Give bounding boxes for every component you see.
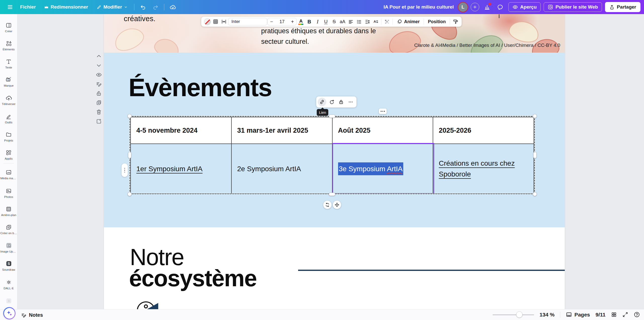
ecosystem-title-line2[interactable]: écosystème <box>129 265 257 292</box>
table-cell[interactable]: 2e Symposium ArtIA <box>232 144 333 194</box>
event-link[interactable]: Créations en cours chez Spoborole <box>439 158 530 180</box>
transparency-button[interactable] <box>383 18 391 26</box>
image-credit-text[interactable]: Clarote & AI4Media / Better Images of AI… <box>414 43 560 48</box>
table-cell-selected[interactable]: 3e Symposium ArtIA <box>333 144 433 194</box>
add-page-button[interactable] <box>96 118 102 125</box>
sidebar-item-soundraw[interactable]: S Soundraw <box>0 260 17 271</box>
sidebar-item-dalle[interactable]: DALL·E <box>0 279 17 290</box>
decrease-font-button[interactable]: − <box>270 19 273 25</box>
duplicate-page-button[interactable] <box>96 99 102 106</box>
preview-button[interactable]: Aperçu <box>508 2 541 12</box>
resize-handle-top-right[interactable] <box>533 114 537 118</box>
font-family-select[interactable]: Inter <box>228 18 267 25</box>
sidebar-item-bulk-create[interactable]: Créer en bloc <box>0 224 17 235</box>
move-button[interactable] <box>333 201 341 209</box>
zoom-slider[interactable] <box>493 312 534 318</box>
main-menu-button[interactable] <box>6 2 15 12</box>
ecosystem-section[interactable]: Notre écosystème <box>104 227 565 309</box>
delete-page-button[interactable] <box>96 109 102 115</box>
letter-spacing-button[interactable]: A <box>372 18 380 26</box>
edit-menu-button[interactable]: Modifier <box>94 2 131 12</box>
link-button[interactable] <box>318 98 326 106</box>
row-drag-handle[interactable] <box>122 163 128 177</box>
selected-text[interactable]: 3e Symposium ArtIA <box>338 162 404 175</box>
grid-view-button[interactable] <box>611 312 617 317</box>
rotate-button[interactable] <box>323 201 332 209</box>
sidebar-item-uploads[interactable]: Téléverser <box>0 95 17 105</box>
sidebar-item-apps[interactable]: Applis <box>0 150 17 160</box>
hide-page-button[interactable] <box>96 72 102 78</box>
sidebar-item-brand[interactable]: co Marque <box>0 76 17 87</box>
move-page-up-button[interactable] <box>96 53 102 59</box>
ecosystem-rule[interactable] <box>298 270 565 271</box>
assistant-button[interactable] <box>3 307 15 319</box>
cloud-save-status[interactable] <box>168 2 178 12</box>
lock-page-button[interactable] <box>96 90 102 97</box>
table-cell[interactable]: Créations en cours chez Spoborole <box>433 144 534 194</box>
undo-button[interactable] <box>138 2 148 12</box>
line-spacing-button[interactable] <box>363 18 371 26</box>
resize-handle-bottom-left[interactable] <box>128 192 132 196</box>
sidebar-item-tools[interactable]: Outils <box>0 113 17 124</box>
italic-button[interactable]: I <box>313 18 321 26</box>
help-button[interactable] <box>634 311 640 318</box>
list-button[interactable] <box>355 18 363 26</box>
resize-handle-right-middle[interactable] <box>533 152 537 158</box>
sidebar-item-elements[interactable]: Éléments <box>0 40 17 51</box>
sidebar-item-create[interactable]: Créer <box>0 22 17 33</box>
sidebar-item-background[interactable]: Arrière-plan <box>0 206 17 217</box>
font-size-value[interactable]: 17 <box>279 19 285 24</box>
animate-button[interactable]: Animer <box>394 19 422 24</box>
avatar[interactable]: L <box>458 3 468 12</box>
strikethrough-button[interactable]: S <box>330 18 338 26</box>
events-table[interactable]: 4-5 novembre 2024 31 mars-1er avril 2025… <box>130 117 534 193</box>
sidebar-item-projects[interactable]: Projets <box>0 131 17 142</box>
border-color-button[interactable] <box>203 18 211 26</box>
lock-button[interactable] <box>337 98 345 106</box>
sidebar-item-magic-media[interactable]: Média magi… <box>0 169 17 180</box>
fullscreen-button[interactable] <box>622 312 628 317</box>
sidebar-item-image-upscaler[interactable]: Image Upsc… <box>0 242 17 253</box>
copy-style-button[interactable] <box>452 18 460 26</box>
insights-button[interactable] <box>482 2 492 12</box>
page-notes-button[interactable] <box>96 81 102 87</box>
increase-font-button[interactable]: + <box>291 19 294 25</box>
resize-handle-left-middle[interactable] <box>128 152 131 158</box>
share-button[interactable]: Partager <box>605 2 640 12</box>
underline-button[interactable]: U <box>322 18 330 26</box>
more-options-button[interactable] <box>346 98 355 106</box>
bold-button[interactable]: B <box>305 18 313 26</box>
comments-button[interactable] <box>495 2 505 12</box>
hero-word-text[interactable]: créatives. <box>124 15 155 23</box>
resize-button[interactable]: Redimensionner <box>41 2 91 12</box>
document-title[interactable]: IA Pour et par le milieu culturel <box>384 4 454 10</box>
resize-handle-bottom-right[interactable] <box>533 192 537 196</box>
publish-website-button[interactable]: Publier le site Web <box>544 2 602 12</box>
design-canvas[interactable]: créatives. et pour contribuer à l'élabor… <box>104 14 565 309</box>
zoom-slider-track[interactable] <box>493 314 534 315</box>
events-section[interactable]: Évènements 4-5 novembre 2024 31 mars-1er… <box>104 53 565 227</box>
table-header-cell[interactable]: Août 2025 <box>333 117 433 144</box>
add-member-button[interactable] <box>471 3 479 11</box>
alignment-button[interactable] <box>347 18 355 26</box>
table-cell[interactable]: 1er Symposium ArtIA <box>131 144 232 194</box>
redo-button[interactable] <box>150 2 160 12</box>
sidebar-item-partial[interactable] <box>0 298 17 304</box>
cell-menu-button[interactable] <box>379 109 387 114</box>
table-grid-button[interactable] <box>212 18 220 26</box>
events-title[interactable]: Évènements <box>129 74 272 101</box>
column-width-button[interactable] <box>220 18 228 26</box>
event-link[interactable]: 1er Symposium ArtIA <box>136 163 203 174</box>
notes-button[interactable]: Notes <box>21 312 43 318</box>
resize-handle-top-left[interactable] <box>128 114 132 118</box>
zoom-slider-thumb[interactable] <box>516 311 522 318</box>
pages-button[interactable]: Pages <box>566 311 590 318</box>
table-header-cell[interactable]: 2025-2026 <box>433 117 534 144</box>
sidebar-item-text[interactable]: Texte <box>0 58 17 69</box>
file-menu-button[interactable]: Fichier <box>17 2 39 12</box>
zoom-percentage[interactable]: 134 % <box>540 312 555 318</box>
table-header-cell[interactable]: 31 mars-1er avril 2025 <box>232 117 333 144</box>
move-page-down-button[interactable] <box>96 62 102 69</box>
sidebar-item-photos[interactable]: Photos <box>0 188 17 198</box>
refresh-alt-button[interactable] <box>327 98 336 106</box>
